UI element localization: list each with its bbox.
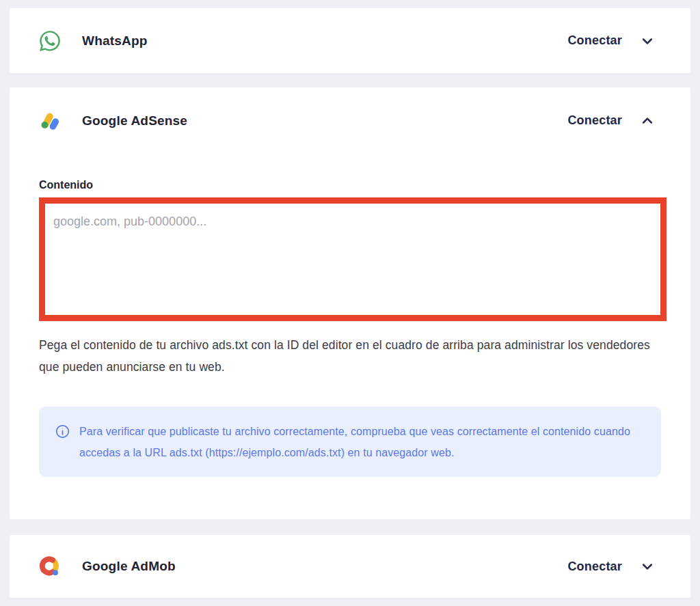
info-circle-icon [55, 424, 70, 441]
connect-button-admob[interactable]: Conectar [567, 560, 622, 574]
integration-card-adsense: Google AdSense Conectar Contenido Pega e… [10, 87, 690, 519]
connect-control-adsense[interactable]: Conectar [567, 113, 655, 128]
integration-card-admob: Google AdMob Conectar [10, 535, 690, 598]
chevron-up-icon[interactable] [640, 113, 655, 128]
integration-header-adsense[interactable]: Google AdSense Conectar [10, 87, 690, 154]
ads-txt-content-textarea[interactable] [45, 204, 660, 315]
whatsapp-icon [38, 29, 62, 53]
integration-card-whatsapp: WhatsApp Conectar [10, 8, 690, 73]
chevron-down-icon[interactable] [640, 559, 655, 574]
integration-header-admob[interactable]: Google AdMob Conectar [10, 535, 690, 598]
integration-title-whatsapp: WhatsApp [82, 33, 148, 49]
integrations-page: WhatsApp Conectar [0, 0, 700, 606]
annotation-highlight-red [39, 197, 667, 321]
info-banner: Para verificar que publicaste tu archivo… [39, 407, 661, 477]
integration-admob-left: Google AdMob [38, 555, 176, 578]
integration-title-admob: Google AdMob [82, 559, 176, 574]
connect-control-admob[interactable]: Conectar [567, 559, 655, 574]
google-admob-icon [38, 555, 62, 578]
adsense-panel-body: Contenido Pega el contenido de tu archiv… [10, 154, 690, 519]
google-adsense-icon [38, 109, 62, 133]
chevron-down-icon[interactable] [640, 33, 655, 49]
integration-whatsapp-left: WhatsApp [38, 29, 148, 53]
connect-button-whatsapp[interactable]: Conectar [567, 33, 622, 48]
integration-adsense-left: Google AdSense [38, 109, 187, 133]
info-banner-text: Para verificar que publicaste tu archivo… [79, 421, 634, 463]
content-field-label: Contenido [39, 179, 667, 191]
connect-control-whatsapp[interactable]: Conectar [567, 33, 655, 49]
integration-title-adsense: Google AdSense [82, 113, 187, 128]
integration-header-whatsapp[interactable]: WhatsApp Conectar [10, 8, 690, 73]
ads-txt-help-text: Pega el contenido de tu archivo ads.txt … [39, 335, 667, 378]
connect-button-adsense[interactable]: Conectar [567, 113, 622, 128]
